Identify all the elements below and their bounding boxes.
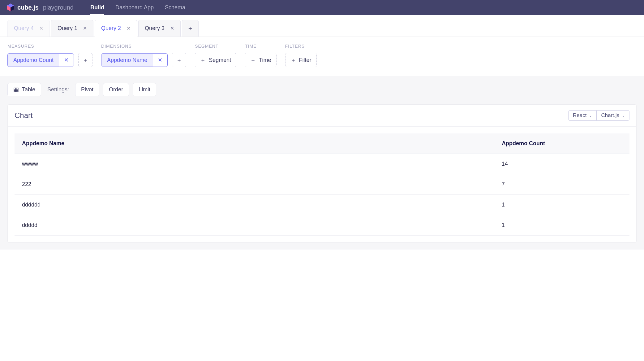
tab-label: Query 3 bbox=[145, 25, 165, 32]
nav-dashboard-app[interactable]: Dashboard App bbox=[115, 0, 154, 15]
table-header-row: Appdemo Name Appdemo Count bbox=[15, 133, 629, 154]
settings-label: Settings: bbox=[45, 86, 71, 93]
logo-subtitle: playground bbox=[43, 4, 74, 11]
time-label: TIME bbox=[245, 44, 276, 49]
plus-icon: ＋ bbox=[200, 56, 206, 64]
plus-icon: ＋ bbox=[290, 56, 296, 64]
cell-name: wwww bbox=[15, 154, 494, 174]
chart-card: Chart React ⌄ Chart.js ⌄ Appdemo Name Ap… bbox=[7, 104, 637, 243]
placeholder-label: Filter bbox=[299, 57, 311, 63]
close-icon[interactable]: ✕ bbox=[83, 25, 87, 31]
plus-icon: ＋ bbox=[176, 56, 182, 64]
placeholder-label: Segment bbox=[209, 57, 231, 63]
button-label: Pivot bbox=[81, 86, 93, 93]
segment-label: SEGMENT bbox=[195, 44, 236, 49]
select-value: React bbox=[573, 112, 586, 119]
results-area: Table Settings: Pivot Order Limit Chart … bbox=[0, 76, 644, 250]
pivot-button[interactable]: Pivot bbox=[75, 83, 99, 96]
tab-query-4[interactable]: Query 4 ✕ bbox=[7, 20, 50, 37]
nav-item-label: Build bbox=[90, 4, 104, 11]
nav-build[interactable]: Build bbox=[90, 0, 104, 15]
order-button[interactable]: Order bbox=[103, 83, 129, 96]
nav-item-label: Schema bbox=[165, 4, 185, 11]
tab-query-3[interactable]: Query 3 ✕ bbox=[138, 20, 181, 37]
add-dimension-button[interactable]: ＋ bbox=[172, 53, 186, 67]
tab-label: Query 1 bbox=[58, 25, 77, 32]
measures-label: MEASURES bbox=[7, 44, 92, 49]
logo-brand: cube.js bbox=[17, 4, 39, 11]
cell-count: 1 bbox=[494, 215, 629, 236]
dimension-chip[interactable]: Appdemo Name ✕ bbox=[101, 53, 168, 67]
table-row: 222 7 bbox=[15, 174, 629, 195]
table-row: dddddd 1 bbox=[15, 195, 629, 215]
nav-schema[interactable]: Schema bbox=[165, 0, 185, 15]
column-header-name[interactable]: Appdemo Name bbox=[15, 133, 494, 154]
chart-header: Chart React ⌄ Chart.js ⌄ bbox=[8, 105, 636, 127]
add-segment-button[interactable]: ＋ Segment bbox=[195, 53, 236, 67]
results-table: Appdemo Name Appdemo Count wwww 14 222 7… bbox=[15, 133, 629, 236]
button-label: Order bbox=[109, 86, 123, 93]
cell-count: 14 bbox=[494, 154, 629, 174]
chart-library-select[interactable]: Chart.js ⌄ bbox=[597, 110, 629, 121]
segment-group: SEGMENT ＋ Segment bbox=[195, 44, 236, 67]
filters-group: FILTERS ＋ Filter bbox=[285, 44, 317, 67]
close-icon[interactable]: ✕ bbox=[127, 25, 131, 31]
button-label: Limit bbox=[139, 86, 150, 93]
tab-label: Query 2 bbox=[101, 25, 121, 32]
table-row: wwww 14 bbox=[15, 154, 629, 174]
nav-item-label: Dashboard App bbox=[115, 4, 154, 11]
close-icon[interactable]: ✕ bbox=[59, 54, 74, 67]
cell-count: 1 bbox=[494, 195, 629, 215]
close-icon[interactable]: ✕ bbox=[153, 54, 167, 67]
table-row: ddddd 1 bbox=[15, 215, 629, 236]
chip-label: Appdemo Count bbox=[8, 54, 59, 67]
top-nav: cube.js playground Build Dashboard App S… bbox=[0, 0, 644, 15]
measures-group: MEASURES Appdemo Count ✕ ＋ bbox=[7, 44, 92, 67]
tab-query-2[interactable]: Query 2 ✕ bbox=[95, 20, 137, 37]
time-group: TIME ＋ Time bbox=[245, 44, 276, 67]
dimensions-group: DIMENSIONS Appdemo Name ✕ ＋ bbox=[101, 44, 186, 67]
view-type-label: Table bbox=[22, 86, 35, 93]
tab-query-1[interactable]: Query 1 ✕ bbox=[51, 20, 93, 37]
column-header-count[interactable]: Appdemo Count bbox=[494, 133, 629, 154]
logo[interactable]: cube.js playground bbox=[6, 3, 74, 12]
plus-icon: ＋ bbox=[187, 24, 193, 33]
cell-name: 222 bbox=[15, 174, 494, 195]
chart-selects: React ⌄ Chart.js ⌄ bbox=[568, 110, 629, 121]
close-icon[interactable]: ✕ bbox=[170, 25, 174, 31]
settings-row: Table Settings: Pivot Order Limit bbox=[7, 83, 637, 96]
nav-items: Build Dashboard App Schema bbox=[90, 0, 185, 15]
add-measure-button[interactable]: ＋ bbox=[78, 53, 92, 67]
cube-logo-icon bbox=[6, 3, 15, 12]
add-filter-button[interactable]: ＋ Filter bbox=[285, 53, 317, 67]
add-query-button[interactable]: ＋ bbox=[182, 20, 199, 37]
cell-name: ddddd bbox=[15, 215, 494, 236]
query-builder: MEASURES Appdemo Count ✕ ＋ DIMENSIONS Ap… bbox=[0, 37, 644, 76]
measure-chip[interactable]: Appdemo Count ✕ bbox=[7, 53, 74, 67]
cell-count: 7 bbox=[494, 174, 629, 195]
chip-label: Appdemo Name bbox=[101, 54, 153, 67]
framework-select[interactable]: React ⌄ bbox=[568, 110, 597, 121]
table-icon bbox=[13, 87, 19, 93]
placeholder-label: Time bbox=[259, 57, 271, 63]
dimensions-label: DIMENSIONS bbox=[101, 44, 186, 49]
query-tabs: Query 4 ✕ Query 1 ✕ Query 2 ✕ Query 3 ✕ … bbox=[0, 15, 644, 37]
svg-rect-3 bbox=[14, 88, 18, 92]
limit-button[interactable]: Limit bbox=[133, 83, 156, 96]
chevron-down-icon: ⌄ bbox=[589, 113, 592, 118]
select-value: Chart.js bbox=[601, 112, 619, 119]
chevron-down-icon: ⌄ bbox=[622, 113, 625, 118]
tab-label: Query 4 bbox=[14, 25, 34, 32]
chart-title: Chart bbox=[15, 111, 33, 120]
cell-name: dddddd bbox=[15, 195, 494, 215]
plus-icon: ＋ bbox=[250, 56, 256, 64]
filters-label: FILTERS bbox=[285, 44, 317, 49]
plus-icon: ＋ bbox=[83, 56, 88, 64]
add-time-button[interactable]: ＋ Time bbox=[245, 53, 276, 67]
view-type-button[interactable]: Table bbox=[7, 83, 41, 96]
close-icon[interactable]: ✕ bbox=[39, 25, 43, 31]
